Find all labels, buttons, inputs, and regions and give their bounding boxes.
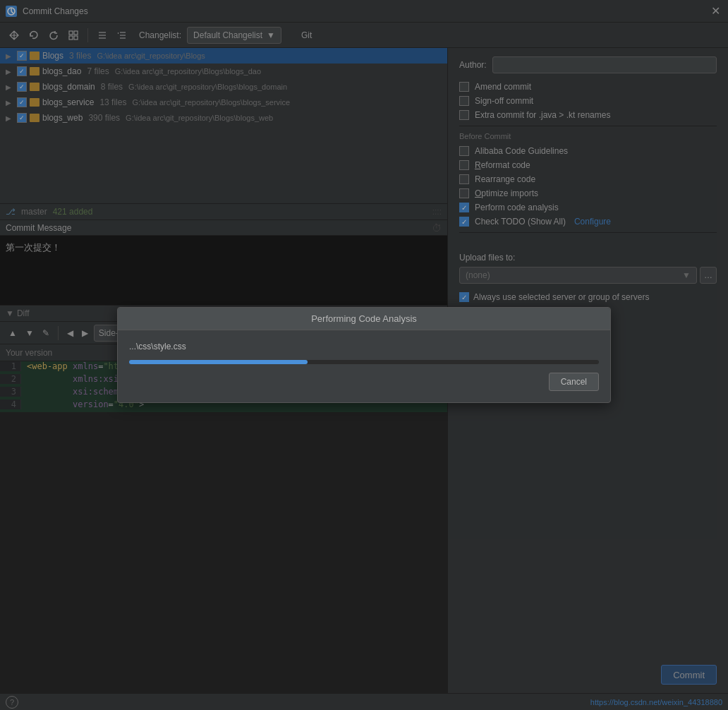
cancel-button[interactable]: Cancel: [549, 373, 599, 391]
modal-actions: Cancel: [129, 373, 599, 391]
modal-file-path: ...\css\style.css: [129, 342, 599, 351]
modal-dialog: Performing Code Analysis ...\css\style.c…: [117, 307, 611, 403]
progress-bar-bg: [129, 360, 599, 364]
modal-body: ...\css\style.css Cancel: [118, 330, 610, 402]
modal-overlay: Performing Code Analysis ...\css\style.c…: [0, 0, 728, 710]
modal-title: Performing Code Analysis: [118, 308, 610, 330]
progress-bar-fill: [129, 360, 308, 364]
